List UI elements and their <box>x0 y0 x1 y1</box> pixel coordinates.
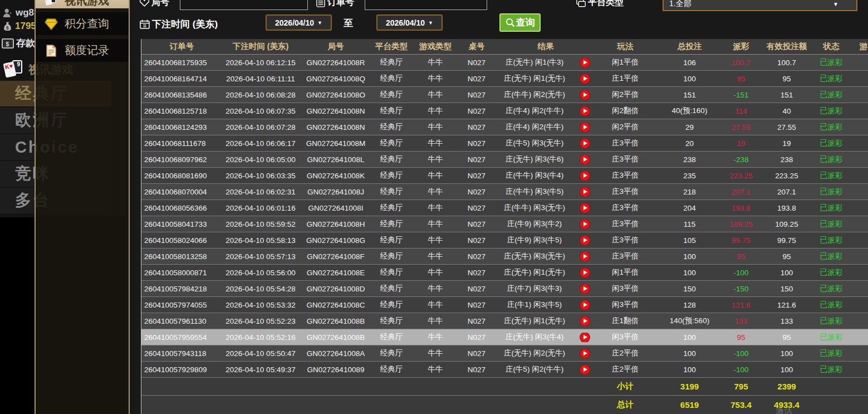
order-number: 260410057943118 <box>141 349 219 358</box>
game-result: 庄(牛牛) 闲3(无牛) <box>496 203 573 213</box>
platform-type: 经典厅 <box>370 348 413 358</box>
svg-text:*: * <box>10 11 12 16</box>
platform-type-value: 1.全部 <box>669 0 692 9</box>
round-number-input[interactable] <box>180 0 308 10</box>
table-row[interactable]: 2604100681242932026-04-10 06:07:28GN0272… <box>141 119 868 135</box>
table-row[interactable]: 2604100680563662026-04-10 06:01:16GN0272… <box>141 200 868 216</box>
status-badge: 已派彩 <box>816 267 847 277</box>
play-method: 庄1平倍 <box>596 74 655 84</box>
replay-icon[interactable] <box>580 171 590 181</box>
play-cell <box>573 139 596 148</box>
replay-icon[interactable] <box>580 74 590 84</box>
replay-icon[interactable] <box>580 220 590 229</box>
platform-type-label-group: 平台类型 <box>576 0 624 8</box>
total-bet: 100 <box>655 269 724 277</box>
replay-icon[interactable] <box>580 203 590 213</box>
order-number: 260410058024066 <box>141 236 219 245</box>
table-row[interactable]: 2604100681354862026-04-10 06:08:28GN0272… <box>141 87 868 103</box>
date-from-picker[interactable]: 2026/04/10 ▼ <box>266 14 332 31</box>
table-row[interactable]: 2604100680700042026-04-10 06:02:31GN0272… <box>141 184 868 200</box>
table-row[interactable]: 2604100680816902026-04-10 06:03:35GN0272… <box>141 168 868 184</box>
order-number-input[interactable] <box>365 0 487 10</box>
user-info: * wg8 <box>3 7 34 18</box>
table-row[interactable]: 2604100580417332026-04-10 05:59:52GN0272… <box>141 216 868 232</box>
balance-amount: 1795 <box>15 21 36 32</box>
status-badge: 已派彩 <box>816 187 847 197</box>
game-result: 庄(牛4) 闲2(牛牛) <box>496 122 573 132</box>
total-bet: 105 <box>655 236 724 245</box>
platform-type: 经典厅 <box>370 138 413 148</box>
table-number: N027 <box>458 75 496 83</box>
search-icon <box>506 18 515 27</box>
table-row[interactable]: 2604100579740552026-04-10 05:53:32GN0272… <box>141 297 868 313</box>
replay-icon[interactable] <box>580 349 590 358</box>
play-cell <box>573 74 596 84</box>
replay-icon[interactable] <box>580 284 590 294</box>
replay-icon[interactable] <box>580 155 590 164</box>
game-result: 庄(牛5) 闲3(无牛) <box>496 138 573 148</box>
table-row[interactable]: 2604100681759352026-04-10 06:12:15GN0272… <box>141 55 868 71</box>
platform-type-select[interactable]: 1.全部 ▼ <box>663 0 857 11</box>
replay-icon[interactable] <box>580 139 590 148</box>
replay-icon[interactable] <box>580 106 590 116</box>
table-number: N027 <box>458 252 496 261</box>
column-header: 平台类型 <box>370 41 413 52</box>
game-result: 庄(牛7) 闲3(牛3) <box>496 284 573 294</box>
round-number: GN0272641008N <box>302 123 370 131</box>
deposit-item[interactable]: $ 存款 <box>2 37 35 50</box>
bet-time: 2026-04-10 06:07:35 <box>219 107 302 115</box>
svg-text:$: $ <box>6 25 9 31</box>
game-type: 牛牛 <box>413 316 458 326</box>
table-row[interactable]: 2604100579431182026-04-10 05:50:47GN0272… <box>141 345 868 362</box>
play-method: 闲3平倍 <box>596 332 655 342</box>
replay-icon[interactable] <box>580 268 590 277</box>
payout: 100.7 <box>724 59 758 67</box>
table-row[interactable]: 2604100579611302026-04-10 05:52:23GN0272… <box>141 313 868 329</box>
table-number: N027 <box>458 349 496 358</box>
replay-icon[interactable] <box>580 236 590 245</box>
replay-icon[interactable] <box>580 300 590 310</box>
valid-bet: 100 <box>758 269 816 277</box>
replay-icon[interactable] <box>580 252 590 261</box>
table-row[interactable]: 2604100680979622026-04-10 06:05:00GN0272… <box>141 152 868 168</box>
table-row[interactable]: 2604100681647142026-04-10 06:11:11GN0272… <box>141 71 868 87</box>
play-method: 庄3平倍 <box>596 203 655 213</box>
table-row[interactable]: 2604100579595542026-04-10 05:52:16GN0272… <box>141 329 868 345</box>
play-method: 庄2平倍 <box>596 348 655 358</box>
replay-icon[interactable] <box>580 123 590 132</box>
table-row[interactable]: 2604100681257182026-04-10 06:07:35GN0272… <box>141 103 868 119</box>
menu-item-quota-record[interactable]: 额度记录 <box>36 39 129 62</box>
column-header: 桌号 <box>458 41 496 52</box>
table-row[interactable]: 2604100580240662026-04-10 05:58:13GN0272… <box>141 232 868 249</box>
table-number: N027 <box>458 172 496 180</box>
replay-icon[interactable] <box>580 187 590 197</box>
replay-icon[interactable] <box>580 58 590 67</box>
column-header: 下注时间 (美东) <box>219 41 302 52</box>
replay-icon[interactable] <box>580 316 590 326</box>
table-row[interactable]: 2604100580008712026-04-10 05:56:00GN0272… <box>141 265 868 281</box>
order-number: 260410068164714 <box>141 75 219 83</box>
game-result: 庄(牛9) 闲3(牛2) <box>496 219 573 229</box>
platform-type: 经典厅 <box>370 316 413 326</box>
table-row[interactable]: 2604100579842182026-04-10 05:54:28GN0272… <box>141 281 868 297</box>
valid-bet: 151 <box>758 91 816 99</box>
menu-item-video-games[interactable]: 9K♥ 视讯游戏 <box>36 0 129 8</box>
date-to-picker[interactable]: 2026/04/10 ▼ <box>376 14 443 31</box>
game-type: 牛牛 <box>413 57 458 67</box>
game-result: 庄(无牛) 闲3(牛6) <box>496 154 573 164</box>
table-row[interactable]: 2604100579298092026-04-10 05:49:37GN0272… <box>141 362 868 378</box>
menu-item-points-query[interactable]: 积分查询 <box>36 12 129 35</box>
search-button[interactable]: 查询 <box>499 13 541 32</box>
valid-bet: 133 <box>758 317 816 325</box>
replay-icon[interactable] <box>580 90 590 100</box>
table-row[interactable]: 2604100681116782026-04-10 06:06:17GN0272… <box>141 135 868 152</box>
column-header: 玩法 <box>596 41 655 52</box>
replay-icon[interactable] <box>580 333 590 342</box>
total-bet: 151 <box>655 91 724 99</box>
table-row[interactable]: 2604100580132582026-04-10 05:57:13GN0272… <box>141 249 868 265</box>
game-result: 庄(无牛) 闲3(无牛) <box>496 251 573 261</box>
platform-type: 经典厅 <box>370 364 413 374</box>
total-bet: 100 <box>655 349 724 358</box>
order-number: 260410068135486 <box>141 91 219 99</box>
replay-icon[interactable] <box>580 365 590 374</box>
